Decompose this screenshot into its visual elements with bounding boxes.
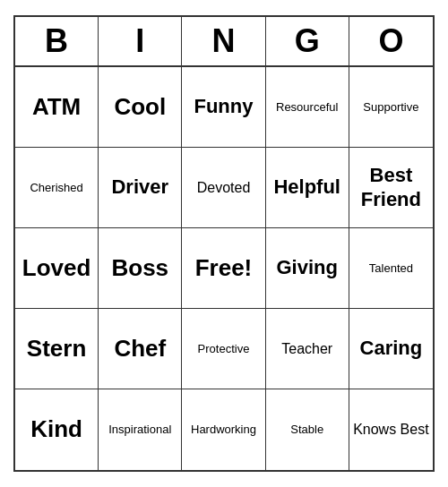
bingo-cell-2: Funny — [182, 67, 265, 148]
bingo-cell-10: Loved — [15, 228, 99, 309]
bingo-cell-20: Kind — [15, 389, 99, 470]
bingo-cell-0: ATM — [15, 67, 99, 148]
bingo-cell-4: Supportive — [349, 67, 433, 148]
cell-text-24: Knows Best — [353, 421, 428, 438]
header-letter-b: B — [15, 17, 99, 65]
bingo-cell-5: Cherished — [15, 148, 99, 228]
cell-text-23: Stable — [290, 423, 323, 437]
cell-text-9: Best Friend — [353, 164, 429, 211]
bingo-cell-21: Inspirational — [99, 389, 182, 470]
bingo-cell-16: Chef — [99, 309, 182, 389]
bingo-cell-18: Teacher — [266, 309, 349, 389]
header-letter-g: G — [266, 17, 349, 65]
cell-text-11: Boss — [112, 254, 169, 282]
bingo-cell-24: Knows Best — [349, 389, 433, 470]
header-letter-n: N — [182, 17, 265, 65]
bingo-cell-8: Helpful — [266, 148, 349, 228]
bingo-cell-22: Hardworking — [182, 389, 265, 470]
cell-text-4: Supportive — [363, 100, 418, 115]
cell-text-2: Funny — [194, 95, 253, 118]
bingo-cell-12: Free! — [182, 228, 265, 309]
cell-text-21: Inspirational — [108, 423, 171, 437]
bingo-header: BINGO — [15, 17, 433, 67]
cell-text-1: Cool — [114, 93, 166, 121]
bingo-cell-7: Devoted — [182, 148, 265, 228]
cell-text-14: Talented — [369, 261, 413, 276]
cell-text-5: Cherished — [30, 181, 82, 195]
bingo-cell-3: Resourceful — [266, 67, 349, 148]
header-letter-o: O — [349, 17, 433, 65]
cell-text-16: Chef — [114, 335, 166, 363]
bingo-cell-6: Driver — [99, 148, 182, 228]
cell-text-19: Caring — [360, 337, 423, 360]
cell-text-22: Hardworking — [191, 423, 256, 437]
cell-text-12: Free! — [195, 254, 253, 282]
bingo-cell-1: Cool — [99, 67, 182, 148]
bingo-cell-9: Best Friend — [349, 148, 433, 228]
cell-text-18: Teacher — [281, 340, 332, 357]
cell-text-0: ATM — [32, 93, 81, 121]
cell-text-8: Helpful — [273, 175, 340, 199]
bingo-cell-15: Stern — [15, 309, 99, 389]
bingo-cell-13: Giving — [266, 228, 349, 309]
cell-text-20: Kind — [30, 415, 82, 443]
header-letter-i: I — [99, 17, 182, 65]
bingo-grid: ATMCoolFunnyResourcefulSupportiveCherish… — [15, 67, 433, 470]
bingo-card: BINGO ATMCoolFunnyResourcefulSupportiveC… — [13, 15, 435, 472]
cell-text-13: Giving — [276, 256, 337, 279]
bingo-cell-11: Boss — [99, 228, 182, 309]
cell-text-7: Devoted — [197, 179, 251, 196]
bingo-cell-17: Protective — [182, 309, 265, 389]
bingo-cell-23: Stable — [266, 389, 349, 470]
cell-text-15: Stern — [27, 335, 86, 363]
bingo-cell-14: Talented — [349, 228, 433, 309]
cell-text-10: Loved — [22, 254, 91, 282]
cell-text-3: Resourceful — [276, 100, 338, 115]
bingo-cell-19: Caring — [349, 309, 433, 389]
cell-text-17: Protective — [198, 342, 250, 356]
cell-text-6: Driver — [111, 175, 168, 199]
